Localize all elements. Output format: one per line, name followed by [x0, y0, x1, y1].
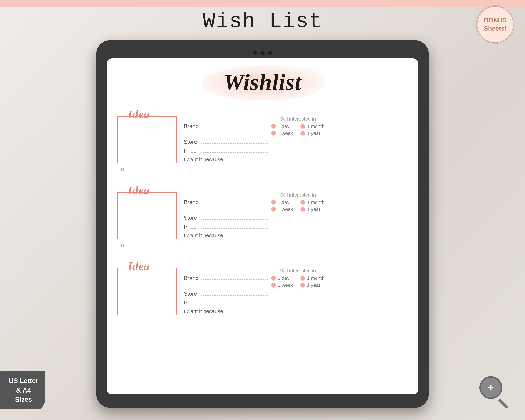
- idea-image-box-3: [117, 268, 177, 315]
- url-row-2: URL:: [117, 243, 408, 249]
- price-line-3: [201, 301, 268, 305]
- interest-dot-3-year: [300, 283, 305, 288]
- interest-dot-1-week: [271, 131, 276, 136]
- interest-label-3-month: 1 month: [307, 275, 324, 281]
- store-label-2: Store: [184, 215, 201, 221]
- idea-row-2: Idea Brand Still interested in: [117, 192, 408, 239]
- interest-dot-2-week: [271, 207, 276, 212]
- idea-entry-3: Idea Brand Still interested in: [107, 254, 418, 324]
- interest-item-3-month: 1 month: [300, 275, 324, 281]
- idea-label-line-right-3: [177, 263, 191, 263]
- tablet-camera-area: [107, 51, 418, 55]
- interested-section-2: Still interested in 1 day 1 month: [271, 192, 324, 212]
- idea-label-line-left-1: [117, 111, 127, 111]
- top-bar: [0, 0, 525, 7]
- magnifier-handle: [498, 399, 508, 409]
- interest-dot-1-month: [300, 124, 305, 129]
- idea-entry-2: Idea Brand Still interested in: [107, 178, 418, 254]
- store-row-3: Store: [184, 290, 408, 297]
- interest-item-1-week: 1 week: [271, 131, 295, 136]
- interest-dot-1-year: [300, 131, 305, 136]
- interest-dot-2-day: [271, 200, 276, 205]
- idea-details-3: Brand Still interested in 1 day: [184, 268, 408, 314]
- idea-details-1: Brand Still interested in 1 day: [184, 116, 408, 162]
- brand-line-2: [201, 200, 268, 204]
- price-label-3: Price: [184, 299, 201, 306]
- brand-label-1: Brand: [184, 123, 201, 130]
- brand-row-1: Brand Still interested in 1 day: [184, 116, 408, 136]
- idea-wrapper-2: Idea Brand Still interested in: [117, 183, 408, 249]
- interest-label-3-year: 1 year: [307, 282, 320, 288]
- interest-label-3-day: 1 day: [278, 275, 290, 281]
- price-label-2: Price: [184, 224, 201, 230]
- wishlist-title: Wishlist: [107, 69, 418, 95]
- interest-grid-3: 1 day 1 month 1 week: [271, 275, 324, 288]
- interested-section-3: Still interested in 1 day 1 month: [271, 268, 324, 288]
- interest-item-2-day: 1 day: [271, 199, 295, 205]
- interest-dot-3-week: [271, 283, 276, 288]
- idea-label-line-left-3: [117, 263, 127, 263]
- interest-dot-3-day: [271, 276, 276, 280]
- url-row-1: URL:: [117, 167, 408, 173]
- interest-item-3-year: 1 year: [300, 282, 324, 288]
- interest-item-2-month: 1 month: [300, 199, 324, 205]
- interest-label-2-week: 1 week: [278, 206, 293, 212]
- tablet-device: Wishlist Idea Brand: [96, 40, 429, 408]
- tablet-screen: Wishlist Idea Brand: [107, 58, 418, 394]
- idea-image-box-2: [117, 192, 177, 239]
- interest-item-3-week: 1 week: [271, 282, 295, 288]
- idea-details-2: Brand Still interested in 1 day: [184, 192, 408, 238]
- store-row-1: Store: [184, 139, 408, 145]
- want-because-1: I want it because:: [184, 157, 408, 162]
- idea-row-3: Idea Brand Still interested in: [117, 268, 408, 315]
- interest-label-2-month: 1 month: [307, 199, 324, 205]
- interest-item-1-month: 1 month: [300, 123, 324, 129]
- interested-title-3: Still interested in: [271, 268, 324, 274]
- brand-line-1: [201, 124, 268, 128]
- interest-grid-1: 1 day 1 month 1 week: [271, 123, 324, 136]
- interest-dot-1-day: [271, 124, 276, 129]
- brand-line-3: [201, 276, 268, 280]
- idea-row-1: Idea Brand Still interested in: [117, 116, 408, 163]
- interest-item-1-day: 1 day: [271, 123, 295, 129]
- interest-label-1-year: 1 year: [307, 131, 320, 136]
- interest-dot-2-month: [300, 200, 305, 205]
- price-line-2: [201, 225, 268, 229]
- idea-label-line-left-2: [117, 187, 127, 187]
- price-row-1: Price: [184, 148, 408, 154]
- store-row-2: Store: [184, 215, 408, 221]
- brand-row-3: Brand Still interested in 1 day: [184, 268, 408, 288]
- bonus-badge-text: BONUS Sheets!: [484, 16, 507, 33]
- store-line-1: [201, 140, 268, 144]
- interest-item-3-day: 1 day: [271, 275, 295, 281]
- price-line-1: [201, 149, 268, 153]
- magnifier-icon[interactable]: +: [479, 376, 511, 408]
- price-row-3: Price: [184, 299, 408, 306]
- price-label-1: Price: [184, 148, 201, 154]
- interest-item-2-week: 1 week: [271, 206, 295, 212]
- interest-label-1-month: 1 month: [307, 123, 324, 129]
- idea-label-line-right-2: [177, 187, 191, 187]
- interest-label-1-day: 1 day: [278, 123, 290, 129]
- interest-item-1-year: 1 year: [300, 131, 324, 136]
- magnifier-plus-icon: +: [488, 382, 494, 394]
- interest-label-2-year: 1 year: [307, 206, 320, 212]
- idea-wrapper-3: Idea Brand Still interested in: [117, 259, 408, 315]
- size-badge: US Letter & A4 Sizes: [0, 371, 45, 410]
- wishlist-header: Wishlist: [107, 58, 418, 102]
- interest-dot-2-year: [300, 207, 305, 212]
- idea-label-line-right-1: [177, 111, 191, 111]
- page-title: Wish List: [203, 10, 322, 33]
- interest-grid-2: 1 day 1 month 1 week: [271, 199, 324, 212]
- price-row-2: Price: [184, 224, 408, 230]
- idea-entry-1: Idea Brand Still interested in: [107, 102, 418, 178]
- store-line-3: [201, 292, 268, 296]
- idea-wrapper-1: Idea Brand Still interested in: [117, 107, 408, 173]
- camera-dot-1: [253, 51, 257, 55]
- interested-title-2: Still interested in: [271, 192, 324, 198]
- store-label-3: Store: [184, 290, 201, 297]
- bonus-badge: BONUS Sheets!: [476, 5, 515, 44]
- store-label-1: Store: [184, 139, 201, 145]
- want-because-2: I want it because:: [184, 232, 408, 238]
- interested-title-1: Still interested in: [271, 116, 324, 122]
